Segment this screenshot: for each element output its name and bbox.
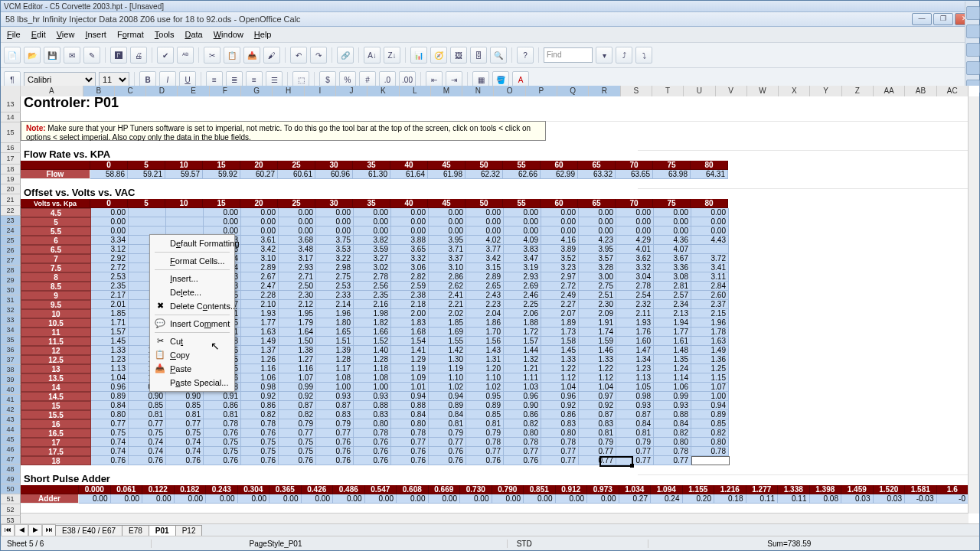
copy-icon[interactable]: 📋 <box>224 47 240 64</box>
offset-cell[interactable]: 0.00 <box>466 217 504 227</box>
offset-cell[interactable]: 0.77 <box>616 456 654 465</box>
sp-value-cell[interactable]: 0.00 <box>492 494 524 504</box>
offset-cell[interactable]: 3.32 <box>391 254 429 263</box>
row-header-38[interactable]: 38 <box>1 365 21 375</box>
offset-cell[interactable]: 1.13 <box>91 364 129 373</box>
offset-cell[interactable]: 2.07 <box>541 309 579 318</box>
offset-cell[interactable]: 0.78 <box>354 429 391 438</box>
find-all-icon[interactable]: ⤵ <box>635 47 652 64</box>
offset-cell[interactable]: 0.83 <box>541 419 579 429</box>
offset-cell[interactable]: 1.08 <box>316 373 354 383</box>
col-header-L[interactable]: L <box>400 86 431 97</box>
offset-cell[interactable]: 0.00 <box>316 217 354 227</box>
offset-cell[interactable]: 0.77 <box>316 429 354 438</box>
offset-cell[interactable]: 0.93 <box>354 392 391 401</box>
offset-cell[interactable]: 0.75 <box>279 438 316 447</box>
offset-cell[interactable]: 0.00 <box>654 227 691 236</box>
row-header-42[interactable]: 42 <box>1 405 21 415</box>
sort-desc-icon[interactable]: Z↓ <box>384 47 400 64</box>
sp-value-cell[interactable]: 0.00 <box>460 494 492 504</box>
offset-cell[interactable]: 2.53 <box>91 272 129 282</box>
offset-cell[interactable]: 1.42 <box>429 346 466 355</box>
offset-cell[interactable]: 1.60 <box>616 337 654 346</box>
offset-cell[interactable]: 1.23 <box>616 364 654 373</box>
offset-cell[interactable]: 1.06 <box>241 373 279 383</box>
font-size-select[interactable]: 11 <box>99 72 129 87</box>
offset-cell[interactable]: 2.41 <box>429 291 466 300</box>
offset-cell[interactable]: 1.26 <box>241 355 279 364</box>
offset-cell[interactable]: 1.04 <box>579 383 616 392</box>
sidebar-gallery-icon[interactable] <box>966 43 980 57</box>
offset-cell[interactable]: 4.23 <box>579 236 616 245</box>
offset-cell[interactable]: 2.15 <box>691 309 729 318</box>
offset-cell[interactable]: 0.81 <box>204 410 241 419</box>
offset-cell[interactable]: 0.80 <box>391 419 429 429</box>
row-header-30[interactable]: 30 <box>1 285 21 295</box>
offset-cell[interactable]: 0.77 <box>654 456 691 465</box>
offset-cell[interactable]: 0.75 <box>91 429 129 438</box>
sp-value-cell[interactable]: 0.00 <box>333 494 365 504</box>
offset-cell[interactable]: 2.56 <box>354 282 391 291</box>
offset-cell[interactable]: 3.32 <box>616 263 654 272</box>
sidebar-properties-icon[interactable] <box>966 6 980 20</box>
sidebar-styles-icon[interactable] <box>966 24 980 38</box>
row-header-15[interactable]: 15 <box>1 122 21 143</box>
offset-cell[interactable]: 0.77 <box>391 438 429 447</box>
offset-cell[interactable]: 0.00 <box>279 217 316 227</box>
offset-cell[interactable]: 2.93 <box>279 263 316 272</box>
offset-cell[interactable]: 0.76 <box>429 447 466 456</box>
offset-cell[interactable]: 3.23 <box>541 263 579 272</box>
sheet-tab-p01[interactable]: P01 <box>149 525 176 536</box>
offset-cell[interactable]: 1.48 <box>654 346 691 355</box>
menu-insert[interactable]: Insert <box>80 28 111 41</box>
offset-cell[interactable]: 0.77 <box>579 447 616 456</box>
col-header-I[interactable]: I <box>305 86 336 97</box>
offset-cell[interactable]: 1.49 <box>691 346 729 355</box>
offset-cell[interactable]: 0.76 <box>354 456 391 465</box>
offset-cell[interactable]: 4.01 <box>616 245 654 254</box>
row-header-37[interactable]: 37 <box>1 355 21 365</box>
offset-cell[interactable]: 1.09 <box>391 373 429 383</box>
row-header-36[interactable]: 36 <box>1 345 21 355</box>
offset-cell[interactable]: 0.75 <box>129 429 166 438</box>
offset-cell[interactable]: 3.65 <box>391 245 429 254</box>
offset-cell[interactable]: 1.28 <box>354 355 391 364</box>
flow-value-cell[interactable]: 64.31 <box>691 170 728 179</box>
col-header-Q[interactable]: Q <box>557 86 589 97</box>
offset-cell[interactable]: 0.00 <box>691 227 729 236</box>
offset-cell[interactable]: 3.17 <box>279 254 316 263</box>
flow-value-cell[interactable]: 60.27 <box>240 170 278 179</box>
offset-cell[interactable]: 0.00 <box>579 217 616 227</box>
flow-value-cell[interactable]: 63.65 <box>616 170 653 179</box>
row-header-47[interactable]: 47 <box>1 455 21 465</box>
offset-cell[interactable] <box>129 217 166 227</box>
offset-cell[interactable]: 0.76 <box>429 456 466 465</box>
flow-value-cell[interactable]: 59.57 <box>165 170 203 179</box>
offset-cell[interactable]: 3.36 <box>654 263 691 272</box>
grid-body[interactable]: Controler: P01Note: Make sure that your … <box>21 96 969 514</box>
menu-format[interactable]: Format <box>113 28 149 41</box>
offset-cell[interactable]: 3.88 <box>391 236 429 245</box>
row-header-39[interactable]: 39 <box>1 375 21 385</box>
offset-cell[interactable]: 1.05 <box>616 383 654 392</box>
offset-cell[interactable]: 1.21 <box>504 364 541 373</box>
offset-cell[interactable]: 0.76 <box>241 429 279 438</box>
offset-cell[interactable]: 3.04 <box>616 272 654 282</box>
col-header-P[interactable]: P <box>526 86 557 97</box>
offset-cell[interactable]: 3.71 <box>429 245 466 254</box>
offset-cell[interactable]: 1.70 <box>466 328 504 337</box>
offset-cell[interactable]: 3.06 <box>391 263 429 272</box>
offset-cell[interactable]: 4.43 <box>691 236 729 245</box>
offset-cell[interactable]: 1.38 <box>279 346 316 355</box>
menu-help[interactable]: Help <box>250 28 276 41</box>
offset-cell[interactable]: 2.71 <box>279 272 316 282</box>
row-header-31[interactable]: 31 <box>1 295 21 305</box>
offset-cell[interactable]: 1.33 <box>579 355 616 364</box>
offset-cell[interactable]: 0.86 <box>541 410 579 419</box>
open-doc-icon[interactable]: 📂 <box>24 47 41 64</box>
offset-cell[interactable]: 0.95 <box>466 392 504 401</box>
col-header-F[interactable]: F <box>210 86 241 97</box>
offset-cell[interactable]: 3.52 <box>541 254 579 263</box>
tab-next-icon[interactable]: ▶ <box>28 524 42 536</box>
offset-cell[interactable]: 0.88 <box>391 401 429 410</box>
